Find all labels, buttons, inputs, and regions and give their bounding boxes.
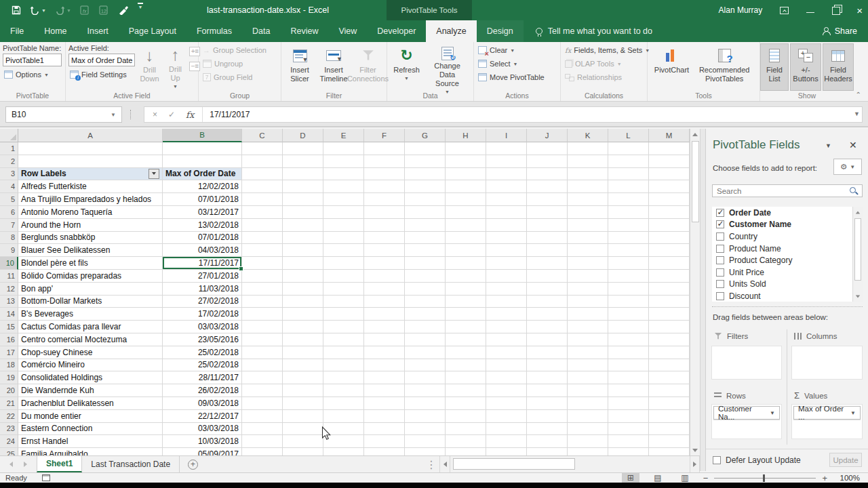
customer-name-cell-A6[interactable]: Antonio Moreno Taquería — [18, 206, 163, 219]
field-headers-toggle[interactable]: Field Headers — [823, 44, 853, 90]
move-pivottable-button[interactable]: Move PivotTable — [477, 73, 546, 82]
rows-field-pill[interactable]: Customer Na...▼ — [713, 406, 780, 420]
cell-A1[interactable] — [18, 142, 163, 155]
cell-L23[interactable] — [608, 423, 649, 436]
cell-C10[interactable] — [242, 257, 283, 270]
row-header-16[interactable]: 16 — [0, 333, 18, 346]
zoom-slider-handle[interactable] — [763, 474, 765, 482]
row-header-14[interactable]: 14 — [0, 308, 18, 321]
cell-M7[interactable] — [649, 219, 690, 232]
cell-E15[interactable] — [323, 321, 364, 333]
field-item-discount[interactable]: Discount — [712, 290, 863, 302]
cell-G17[interactable] — [405, 346, 446, 359]
cell-J4[interactable] — [527, 180, 568, 193]
customer-name-cell-A11[interactable]: Bólido Comidas preparadas — [18, 270, 163, 283]
cell-C12[interactable] — [242, 283, 283, 296]
row-header-6[interactable]: 6 — [0, 206, 18, 219]
cell-K14[interactable] — [568, 308, 608, 321]
cell-A2[interactable] — [18, 155, 163, 168]
restore-button[interactable] — [832, 7, 839, 14]
row-header-7[interactable]: 7 — [0, 219, 18, 232]
cell-H12[interactable] — [446, 283, 486, 296]
tab-formulas[interactable]: Formulas — [186, 20, 242, 42]
cell-G8[interactable] — [405, 232, 446, 245]
row-header-2[interactable]: 2 — [0, 155, 18, 168]
column-header-F[interactable]: F — [364, 129, 405, 142]
cell-E19[interactable] — [323, 371, 364, 384]
cell-G22[interactable] — [405, 410, 446, 423]
cell-C17[interactable] — [242, 346, 283, 359]
cell-L10[interactable] — [608, 257, 649, 270]
customer-name-cell-A22[interactable]: Du monde entier — [18, 410, 163, 423]
cell-M11[interactable] — [649, 270, 690, 283]
cell-K20[interactable] — [568, 384, 608, 397]
defer-layout-update[interactable]: Defer Layout Update — [713, 455, 801, 465]
cell-C18[interactable] — [242, 359, 283, 372]
cell-F23[interactable] — [364, 423, 405, 436]
cell-C11[interactable] — [242, 270, 283, 283]
tab-page-layout[interactable]: Page Layout — [119, 20, 186, 42]
cell-K22[interactable] — [568, 410, 608, 423]
field-item-country[interactable]: Country — [712, 230, 863, 243]
cell-F4[interactable] — [364, 180, 405, 193]
cell-M24[interactable] — [649, 435, 690, 448]
tab-developer[interactable]: Developer — [367, 20, 426, 42]
cell-F6[interactable] — [364, 206, 405, 219]
cell-E6[interactable] — [323, 206, 364, 219]
date-cell-B6[interactable]: 03/12/2017 — [163, 206, 242, 219]
cell-C20[interactable] — [242, 384, 283, 397]
values-field-pill[interactable]: Max of Order ...▼ — [793, 406, 861, 420]
recommended-pivottables-button[interactable]: Recommended PivotTables — [694, 44, 755, 90]
customer-name-cell-A4[interactable]: Alfreds Futterkiste — [18, 180, 163, 193]
cell-H22[interactable] — [446, 410, 486, 423]
row-header-24[interactable]: 24 — [0, 435, 18, 448]
field-item-product-category[interactable]: Product Category — [712, 254, 863, 266]
cell-G5[interactable] — [405, 193, 446, 206]
pivotchart-button[interactable]: PivotChart — [652, 44, 691, 90]
cell-C2[interactable] — [242, 155, 283, 168]
customer-name-cell-A7[interactable]: Around the Horn — [18, 219, 163, 232]
sheet-tab-sheet1[interactable]: Sheet1 — [37, 456, 82, 472]
cell-J14[interactable] — [527, 308, 568, 321]
cell-L11[interactable] — [608, 270, 649, 283]
cell-G11[interactable] — [405, 270, 446, 283]
cell-H16[interactable] — [446, 333, 486, 346]
field-checkbox[interactable] — [716, 292, 724, 300]
cell-M15[interactable] — [649, 321, 690, 333]
field-search-input[interactable]: Search — [712, 184, 863, 197]
cell-C4[interactable] — [242, 180, 283, 193]
cell-D12[interactable] — [283, 283, 323, 296]
sheet-tab-last-transaction-date[interactable]: Last Transaction Date — [82, 456, 180, 472]
cell-E24[interactable] — [323, 435, 364, 448]
date-cell-B15[interactable]: 03/03/2018 — [163, 321, 242, 333]
customer-name-cell-A10[interactable]: Blondel père et fils — [18, 257, 163, 270]
cell-D25[interactable] — [283, 448, 323, 455]
cell-L18[interactable] — [608, 359, 649, 372]
options-button[interactable]: Options▼ — [3, 70, 62, 79]
cell-I2[interactable] — [486, 155, 527, 168]
field-checkbox[interactable] — [716, 220, 724, 228]
cell-I1[interactable] — [486, 142, 527, 155]
cell-E23[interactable] — [323, 423, 364, 436]
column-header-D[interactable]: D — [283, 129, 323, 142]
cell-C14[interactable] — [242, 308, 283, 321]
cell-H25[interactable] — [446, 448, 486, 455]
cell-F22[interactable] — [364, 410, 405, 423]
cell-L19[interactable] — [608, 371, 649, 384]
field-settings-button[interactable]: Field Settings — [68, 70, 135, 79]
cell-J18[interactable] — [527, 359, 568, 372]
row-header-12[interactable]: 12 — [0, 283, 18, 296]
refresh-button[interactable]: ↻ Refresh▼ — [391, 44, 422, 90]
cell-L13[interactable] — [608, 296, 649, 308]
customer-name-cell-A25[interactable]: Familia Arquibaldo — [18, 448, 163, 455]
cell-J25[interactable] — [527, 448, 568, 455]
cell-M17[interactable] — [649, 346, 690, 359]
date-cell-B5[interactable]: 07/01/2018 — [163, 193, 242, 206]
row-header-18[interactable]: 18 — [0, 359, 18, 372]
cell-H1[interactable] — [446, 142, 486, 155]
cell-C16[interactable] — [242, 333, 283, 346]
cell-L16[interactable] — [608, 333, 649, 346]
cell-K2[interactable] — [568, 155, 608, 168]
date-cell-B14[interactable]: 17/02/2018 — [163, 308, 242, 321]
column-header-C[interactable]: C — [242, 129, 283, 142]
